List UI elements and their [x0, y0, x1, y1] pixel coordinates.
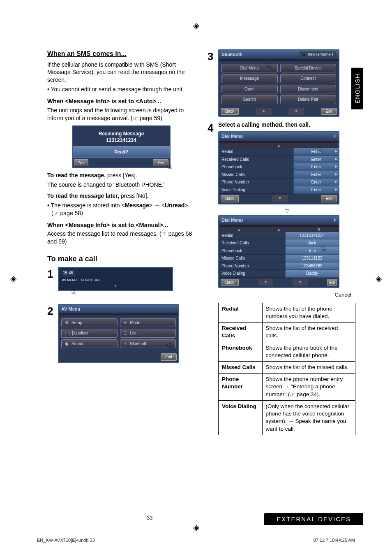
- menu-mode[interactable]: ☀Mode: [120, 318, 176, 327]
- exit-button[interactable]: Exi: [327, 279, 337, 286]
- bt-delete-pair[interactable]: Delete Pair: [280, 95, 337, 104]
- table-row: Voice Dialing(Only when the connected ce…: [219, 400, 355, 435]
- menu-list[interactable]: ☰List: [120, 329, 176, 338]
- scroll-up-icon[interactable]: ▲: [256, 108, 272, 115]
- value-button[interactable]: Daddy: [285, 270, 339, 278]
- value-button[interactable]: 123456789: [285, 262, 339, 270]
- bluetooth-menu-screen: Bluetooth 📱 Device Name ᚼ Dial Menu Mess…: [218, 49, 339, 117]
- dial-menu-screen-2: Dial Menuᚼ ▲ ▲ ✖ Redial12312341234 Recei…: [218, 215, 339, 288]
- scroll-down-icon[interactable]: ▼: [272, 195, 288, 202]
- bt-dial-menu[interactable]: Dial Menu: [221, 64, 278, 73]
- dial-menu-screen-1: Dial Menuᚼ ▲ RedialEnter▶ Received Calls…: [218, 131, 339, 204]
- make-call-heading: To make a call: [47, 254, 195, 264]
- dial-redial[interactable]: Redial: [219, 232, 285, 240]
- table-row: RedialShows the list of the phone number…: [219, 303, 355, 322]
- bt-message[interactable]: Messaage: [221, 74, 278, 83]
- menu-equalizer[interactable]: ❘❘❘Equalizer: [61, 329, 118, 338]
- dial-voice[interactable]: Voice Dialing: [219, 186, 293, 194]
- back-button[interactable]: Back: [221, 279, 239, 286]
- gear-icon: ⚙: [64, 320, 69, 326]
- section-footer: EXTERNAL DEVICES: [264, 513, 363, 525]
- bt-search[interactable]: Search: [221, 95, 278, 104]
- enter-button[interactable]: Enter▶: [293, 171, 339, 179]
- enter-button[interactable]: Enter▶: [293, 179, 339, 186]
- value-button[interactable]: 123111122: [285, 255, 339, 262]
- step-4: 4 Select a calling method, then call. Di…: [208, 121, 355, 435]
- dial-missed[interactable]: Missed Calls: [219, 171, 293, 179]
- dial-phonebook[interactable]: Phonebook: [219, 247, 285, 255]
- exit-button[interactable]: Exit: [321, 108, 337, 115]
- dial-menu-title: Dial Menu: [221, 133, 243, 139]
- no-button[interactable]: No: [74, 159, 88, 167]
- step-3-number: 3: [208, 49, 217, 64]
- back-button[interactable]: Back: [221, 108, 239, 115]
- equalizer-icon: ❘❘❘: [64, 330, 69, 336]
- table-row: Phone Number Shows the phone number entr…: [219, 374, 355, 401]
- scroll-down-icon[interactable]: ▼: [293, 279, 308, 286]
- scroll-down-icon[interactable]: ▼: [288, 108, 304, 115]
- avmenu-icon[interactable]: AV MENU: [60, 277, 78, 283]
- manual-heading: When <Message Info> is set to <Manual>..…: [47, 221, 195, 230]
- bt-connect[interactable]: Connect: [280, 74, 337, 83]
- dial-phonebook[interactable]: Phonebook: [219, 163, 293, 171]
- dial-received[interactable]: Received Calls: [219, 239, 285, 247]
- shortcut-icon[interactable]: SHORT CUT: [80, 277, 102, 283]
- bluetooth-icon: ᚼ: [123, 341, 128, 347]
- value-button[interactable]: Tom: [285, 247, 339, 255]
- value-button[interactable]: Jack: [285, 239, 339, 247]
- receiving-message-dialog: Receiving Message 12312341234 Read? No Y…: [72, 125, 171, 169]
- av-menu-screen: AV Menu ⚙Setup ❘❘❘Equalizer ◉Sound ☀Mode…: [58, 304, 179, 363]
- read-prompt: Read?: [73, 146, 170, 158]
- step4-text: Select a calling method, then call.: [218, 121, 355, 129]
- registration-mark-bottom: ◈: [193, 522, 199, 532]
- enter-button[interactable]: Enter▶: [293, 163, 339, 171]
- av-menu-right-col: ☀Mode ☰List ᚼBluetooth: [120, 318, 176, 350]
- dial-number[interactable]: Phone Number: [219, 262, 285, 270]
- exit-button[interactable]: Exit: [321, 195, 337, 202]
- exit-button[interactable]: Exit: [161, 353, 177, 361]
- menu-sound[interactable]: ◉Sound: [61, 339, 118, 348]
- list-icon: ☰: [123, 330, 128, 336]
- right-column: 3 Bluetooth 📱 Device Name ᚼ Dial Menu Me…: [208, 49, 355, 439]
- scroll-up-right[interactable]: ▲: [259, 227, 299, 232]
- back-button[interactable]: Back: [221, 195, 239, 202]
- dial-redial[interactable]: Redial: [219, 148, 293, 156]
- scroll-up-left[interactable]: ▲: [219, 227, 259, 232]
- menu-bluetooth[interactable]: ᚼBluetooth: [120, 339, 176, 348]
- enter-button[interactable]: Enter▶: [293, 148, 339, 156]
- read-yes-note: The source is changed to "Bluetooth PHON…: [47, 181, 195, 189]
- table-row: PhonebookShows the phone book of the con…: [219, 342, 355, 361]
- dial-voice[interactable]: Voice Dialing: [219, 270, 285, 278]
- registration-mark-right: ◈: [376, 274, 382, 283]
- page-content: When an SMS comes in... If the cellular …: [47, 49, 363, 439]
- av-menu-left-col: ⚙Setup ❘❘❘Equalizer ◉Sound: [61, 318, 118, 350]
- bt-disconnect[interactable]: Disconnect: [280, 85, 337, 94]
- print-timestamp: 07.12.7 10:44:25 AM: [313, 538, 355, 543]
- dial-missed[interactable]: Missed Calls: [219, 255, 285, 262]
- dial-received[interactable]: Received Calls: [219, 156, 293, 164]
- read-yes-line: To read the message, press [Yes].: [47, 172, 195, 179]
- step-2-number: 2: [47, 304, 56, 318]
- table-row: Missed CallsShows the list of the missed…: [219, 361, 355, 373]
- definitions-table: RedialShows the list of the phone number…: [218, 303, 355, 435]
- print-file: EN_KW-AVX710[E]4.indb 33: [37, 538, 95, 543]
- yes-button[interactable]: Yes: [153, 159, 168, 167]
- step-4-number: 4: [208, 121, 217, 135]
- down-arrow-icon: ▼: [60, 283, 171, 288]
- left-column: When an SMS comes in... If the cellular …: [47, 49, 195, 439]
- value-button[interactable]: 12312341234: [285, 232, 339, 240]
- sound-icon: ◉: [64, 341, 69, 347]
- av-menu-title: AV Menu: [59, 305, 178, 313]
- menu-setup[interactable]: ⚙Setup: [61, 318, 118, 327]
- registration-mark-top: ◈: [193, 21, 199, 30]
- step-2: 2 AV Menu ⚙Setup ❘❘❘Equalizer ◉Sound ☀Mo…: [47, 304, 195, 363]
- enter-button[interactable]: Enter▶: [293, 186, 339, 194]
- scroll-down-icon[interactable]: ▼: [258, 279, 274, 286]
- dial-menu-title: Dial Menu: [221, 217, 243, 223]
- bt-open[interactable]: Open: [221, 85, 278, 94]
- dial-number[interactable]: Phone Number: [219, 179, 293, 186]
- enter-button[interactable]: Enter▶: [293, 156, 339, 164]
- scroll-up[interactable]: ▲: [219, 143, 339, 148]
- bt-special-device[interactable]: Special Device: [280, 64, 337, 73]
- close-icon[interactable]: ✖: [299, 227, 339, 232]
